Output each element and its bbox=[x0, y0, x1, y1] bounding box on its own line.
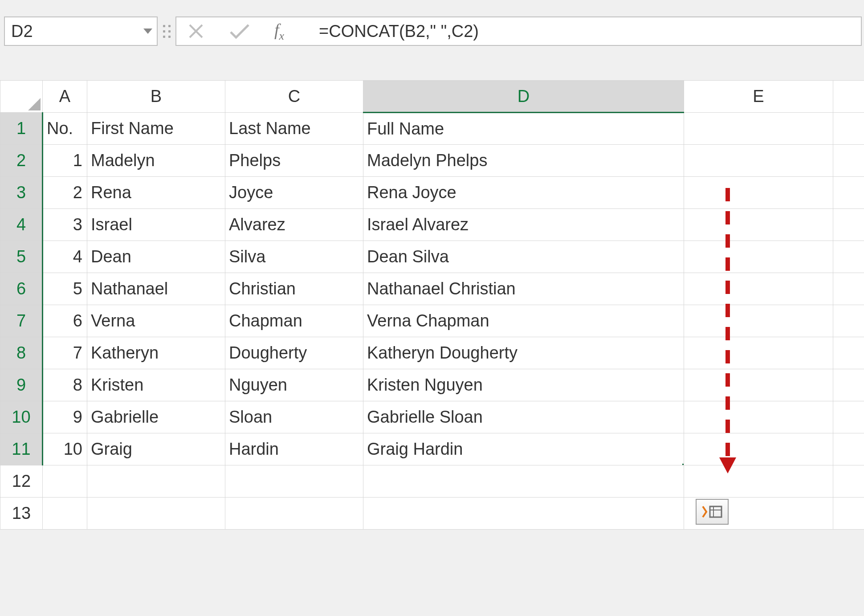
cell-D1[interactable]: Full Name bbox=[363, 113, 684, 145]
cell-B5[interactable]: Dean bbox=[87, 241, 225, 273]
autofill-options-button[interactable] bbox=[696, 499, 729, 525]
cell-E2[interactable] bbox=[684, 145, 833, 177]
enter-icon[interactable] bbox=[226, 18, 253, 45]
cell-D7[interactable]: Verna Chapman bbox=[363, 305, 684, 337]
cell-C5[interactable]: Silva bbox=[225, 241, 363, 273]
cell-A2[interactable]: 1 bbox=[43, 145, 87, 177]
cell-C4[interactable]: Alvarez bbox=[225, 209, 363, 241]
cell-A9[interactable]: 8 bbox=[43, 369, 87, 401]
cell-D2[interactable]: Madelyn Phelps bbox=[363, 145, 684, 177]
cell-E4[interactable] bbox=[684, 209, 833, 241]
cell-F5[interactable] bbox=[833, 241, 864, 273]
cell-A12[interactable] bbox=[43, 465, 87, 498]
cell-A3[interactable]: 2 bbox=[43, 177, 87, 209]
fill-handle[interactable] bbox=[681, 463, 684, 465]
cell-F2[interactable] bbox=[833, 145, 864, 177]
cell-D11[interactable]: Graig Hardin bbox=[363, 433, 684, 465]
row-header[interactable]: 2 bbox=[0, 145, 43, 177]
column-header-B[interactable]: B bbox=[87, 81, 225, 113]
cell-E1[interactable] bbox=[684, 113, 833, 145]
cell-D5[interactable]: Dean Silva bbox=[363, 241, 684, 273]
cell-A1[interactable]: No. bbox=[43, 113, 87, 145]
worksheet-grid[interactable]: A B C D E 1 No. First Name Last Name Ful… bbox=[0, 80, 864, 530]
row-header[interactable]: 8 bbox=[0, 337, 43, 369]
cell-C9[interactable]: Nguyen bbox=[225, 369, 363, 401]
cell-F1[interactable] bbox=[833, 113, 864, 145]
cell-A7[interactable]: 6 bbox=[43, 305, 87, 337]
cell-B6[interactable]: Nathanael bbox=[87, 273, 225, 305]
cell-F3[interactable] bbox=[833, 177, 864, 209]
cell-E9[interactable] bbox=[684, 369, 833, 401]
cell-A5[interactable]: 4 bbox=[43, 241, 87, 273]
cell-F7[interactable] bbox=[833, 305, 864, 337]
cell-E11[interactable] bbox=[684, 433, 833, 465]
cell-D13[interactable] bbox=[363, 498, 684, 530]
row-header[interactable]: 10 bbox=[0, 401, 43, 433]
name-box[interactable]: D2 bbox=[4, 16, 158, 46]
cell-C7[interactable]: Chapman bbox=[225, 305, 363, 337]
cell-E7[interactable] bbox=[684, 305, 833, 337]
cell-C2[interactable]: Phelps bbox=[225, 145, 363, 177]
cell-D9[interactable]: Kristen Nguyen bbox=[363, 369, 684, 401]
cell-C8[interactable]: Dougherty bbox=[225, 337, 363, 369]
row-header[interactable]: 11 bbox=[0, 433, 43, 465]
column-header-D[interactable]: D bbox=[363, 81, 684, 113]
row-header[interactable]: 12 bbox=[0, 465, 43, 498]
cell-E3[interactable] bbox=[684, 177, 833, 209]
row-header[interactable]: 13 bbox=[0, 498, 43, 530]
cell-F4[interactable] bbox=[833, 209, 864, 241]
row-header[interactable]: 6 bbox=[0, 273, 43, 305]
chevron-down-icon[interactable] bbox=[143, 29, 152, 34]
cell-A10[interactable]: 9 bbox=[43, 401, 87, 433]
cell-A8[interactable]: 7 bbox=[43, 337, 87, 369]
cell-D6[interactable]: Nathanael Christian bbox=[363, 273, 684, 305]
formula-bar-grip[interactable] bbox=[158, 16, 175, 46]
cell-F10[interactable] bbox=[833, 401, 864, 433]
cell-F12[interactable] bbox=[833, 465, 864, 498]
row-header[interactable]: 4 bbox=[0, 209, 43, 241]
column-header-C[interactable]: C bbox=[225, 81, 363, 113]
row-header[interactable]: 9 bbox=[0, 369, 43, 401]
cell-F6[interactable] bbox=[833, 273, 864, 305]
cell-D3[interactable]: Rena Joyce bbox=[363, 177, 684, 209]
column-header-E[interactable]: E bbox=[684, 81, 833, 113]
select-all-corner[interactable] bbox=[0, 81, 43, 113]
cell-C12[interactable] bbox=[225, 465, 363, 498]
row-header[interactable]: 7 bbox=[0, 305, 43, 337]
cell-B2[interactable]: Madelyn bbox=[87, 145, 225, 177]
cancel-icon[interactable] bbox=[183, 18, 209, 45]
cell-B11[interactable]: Graig bbox=[87, 433, 225, 465]
cell-D8[interactable]: Katheryn Dougherty bbox=[363, 337, 684, 369]
cell-C10[interactable]: Sloan bbox=[225, 401, 363, 433]
cell-F11[interactable] bbox=[833, 433, 864, 465]
row-header[interactable]: 1 bbox=[0, 113, 43, 145]
cell-E8[interactable] bbox=[684, 337, 833, 369]
cell-E12[interactable] bbox=[684, 465, 833, 498]
cell-F8[interactable] bbox=[833, 337, 864, 369]
column-header-A[interactable]: A bbox=[43, 81, 87, 113]
cell-B13[interactable] bbox=[87, 498, 225, 530]
column-header-blank[interactable] bbox=[833, 81, 864, 113]
cell-A11[interactable]: 10 bbox=[43, 433, 87, 465]
cell-A4[interactable]: 3 bbox=[43, 209, 87, 241]
cell-D10[interactable]: Gabrielle Sloan bbox=[363, 401, 684, 433]
cell-E10[interactable] bbox=[684, 401, 833, 433]
cell-B10[interactable]: Gabrielle bbox=[87, 401, 225, 433]
formula-input[interactable]: =CONCAT(B2," ",C2) bbox=[301, 22, 479, 41]
cell-C3[interactable]: Joyce bbox=[225, 177, 363, 209]
cell-B7[interactable]: Verna bbox=[87, 305, 225, 337]
cell-B3[interactable]: Rena bbox=[87, 177, 225, 209]
cell-C6[interactable]: Christian bbox=[225, 273, 363, 305]
cell-F9[interactable] bbox=[833, 369, 864, 401]
cell-E6[interactable] bbox=[684, 273, 833, 305]
cell-E5[interactable] bbox=[684, 241, 833, 273]
cell-B8[interactable]: Katheryn bbox=[87, 337, 225, 369]
cell-C13[interactable] bbox=[225, 498, 363, 530]
row-header[interactable]: 3 bbox=[0, 177, 43, 209]
cell-C1[interactable]: Last Name bbox=[225, 113, 363, 145]
row-header[interactable]: 5 bbox=[0, 241, 43, 273]
cell-F13[interactable] bbox=[833, 498, 864, 530]
cell-D12[interactable] bbox=[363, 465, 684, 498]
cell-D4[interactable]: Israel Alvarez bbox=[363, 209, 684, 241]
cell-B12[interactable] bbox=[87, 465, 225, 498]
